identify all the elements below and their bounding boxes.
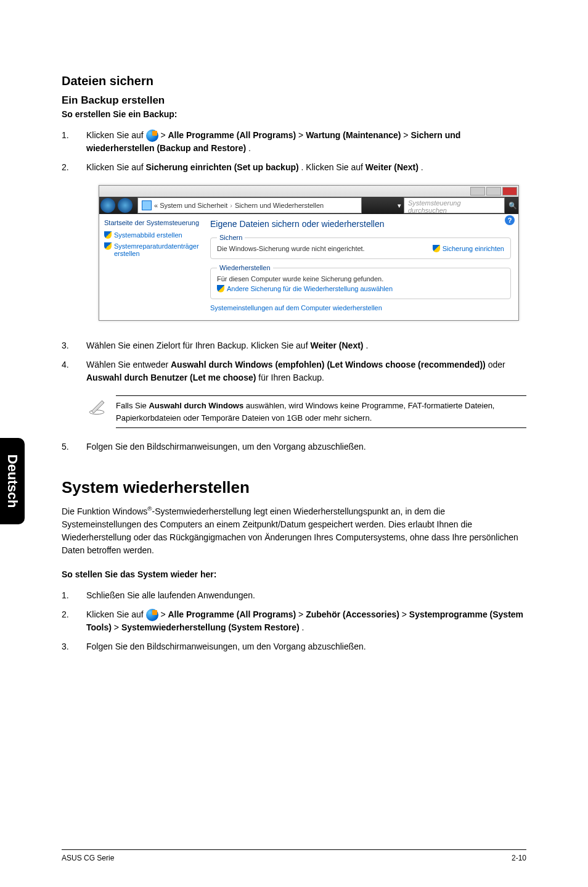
steps-backup-1: 1. Klicken Sie auf > Alle Programme (All…: [62, 129, 526, 174]
text: Die Funktion Windows: [62, 506, 147, 516]
text: >: [403, 130, 410, 140]
group-wiederherstellen: Wiederherstellen Für diesen Computer wur…: [210, 264, 511, 299]
text: für Ihren Backup.: [258, 373, 324, 382]
link-label: Systemeinstellungen auf dem Computer wie…: [210, 304, 382, 311]
ui-label: Weiter (Next): [365, 162, 419, 172]
text: Falls Sie: [116, 401, 149, 410]
registered-mark: ®: [147, 505, 152, 512]
group-legend: Wiederherstellen: [217, 264, 273, 271]
control-panel-icon: [142, 200, 152, 210]
steps-system-restore: 1. Schließen Sie alle laufenden Anwendun…: [62, 589, 526, 653]
link-label: Sicherung einrichten: [443, 245, 504, 252]
text: .: [365, 340, 368, 350]
breadcrumb-segment: System und Sicherheit: [160, 202, 227, 209]
step-body: Klicken Sie auf Sicherung einrichten (Se…: [86, 161, 526, 174]
maximize-icon: [486, 187, 501, 196]
breadcrumb-segment: Sichern und Wiederherstellen: [235, 202, 324, 209]
note-block: Falls Sie Auswahl durch Windows auswähle…: [86, 395, 526, 428]
sidebar: Startseite der Systemsteuerung Systemabb…: [99, 214, 208, 320]
text: .: [248, 143, 251, 153]
step-number: 3.: [62, 339, 86, 352]
heading-dateien-sichern: Dateien sichern: [62, 74, 526, 88]
search-icon: 🔍: [507, 200, 518, 211]
setup-backup-link: Sicherung einrichten: [433, 245, 504, 252]
window-titlebar: [99, 186, 518, 197]
screenshot-backup-restore: « System und Sicherheit › Sichern und Wi…: [99, 185, 519, 321]
text: >: [298, 609, 306, 619]
sidebar-link: Systemreparaturdatenträger erstellen: [104, 242, 203, 257]
text: .: [301, 622, 304, 632]
ui-label: Auswahl durch Windows: [149, 401, 243, 410]
page-footer: ASUS CG Serie 2-10: [62, 849, 526, 862]
pencil-note-icon: [86, 395, 107, 419]
step-body: Klicken Sie auf > Alle Programme (All Pr…: [86, 608, 526, 634]
help-icon: ?: [505, 215, 515, 225]
status-text: Für diesen Computer wurde keine Sicherun…: [217, 275, 504, 283]
text: .: [421, 162, 423, 172]
step-body: Wählen Sie einen Zielort für Ihren Backu…: [86, 339, 526, 352]
steps-backup-2: 3. Wählen Sie einen Zielort für Ihren Ba…: [62, 339, 526, 384]
text: >: [402, 609, 409, 619]
sidebar-link: Systemabbild erstellen: [104, 231, 203, 239]
language-tab-label: Deutsch: [4, 455, 20, 508]
step-body: Folgen Sie den Bildschirmanweisungen, um…: [86, 640, 526, 653]
text: >: [160, 130, 168, 140]
instruction-backup: So erstellen Sie ein Backup:: [62, 109, 526, 119]
ui-label: Sicherung einrichten (Set up backup): [146, 162, 299, 172]
text: >: [114, 622, 121, 632]
text: oder: [488, 360, 505, 369]
footer-left: ASUS CG Serie: [62, 854, 114, 862]
step-body: Folgen Sie den Bildschirmanweisungen, um…: [86, 440, 526, 453]
note-text: Falls Sie Auswahl durch Windows auswähle…: [116, 395, 526, 428]
status-text: Die Windows-Sicherung wurde nicht einger…: [217, 245, 365, 252]
link-label: Systemabbild erstellen: [114, 231, 182, 239]
search-input: Systemsteuerung durchsuchen: [404, 197, 505, 213]
step-body: Schließen Sie alle laufenden Anwendungen…: [86, 589, 526, 602]
menu-path: Systemwiederherstellung (System Restore): [121, 622, 300, 632]
panel-title: Eigene Dateien sichern oder wiederherste…: [210, 219, 511, 229]
shield-icon: [433, 245, 440, 252]
choose-other-backup-link: Andere Sicherung für die Wiederherstellu…: [217, 285, 504, 292]
step-body: Wählen Sie entweder Auswahl durch Window…: [86, 358, 526, 384]
steps-backup-3: 5. Folgen Sie den Bildschirmanweisungen,…: [62, 440, 526, 453]
menu-path: Alle Programme (All Programs): [168, 609, 296, 619]
text: Wählen Sie entweder: [86, 360, 171, 369]
group-sichern: Sichern Die Windows-Sicherung wurde nich…: [210, 234, 511, 259]
menu-path: Wartung (Maintenance): [306, 130, 401, 140]
group-legend: Sichern: [217, 234, 245, 241]
minimize-icon: [470, 187, 485, 196]
menu-path: Alle Programme (All Programs): [168, 130, 296, 140]
heading-system-wiederherstellen: System wiederherstellen: [62, 478, 526, 497]
shield-icon: [104, 231, 112, 239]
step-body: Klicken Sie auf > Alle Programme (All Pr…: [86, 129, 526, 155]
step-number: 5.: [62, 440, 86, 453]
text: Klicken Sie auf: [86, 130, 146, 140]
text: Klicken Sie auf: [86, 609, 146, 619]
step-number: 4.: [62, 358, 86, 384]
ui-label: Auswahl durch Benutzer (Let me choose): [86, 373, 256, 382]
link-label: Andere Sicherung für die Wiederherstellu…: [227, 285, 393, 292]
instruction-system-restore: So stellen Sie das System wieder her:: [62, 569, 526, 579]
language-tab: Deutsch: [0, 438, 25, 524]
step-number: 3.: [62, 640, 86, 653]
shield-icon: [217, 285, 224, 292]
step-number: 2.: [62, 608, 86, 634]
step-number: 1.: [62, 129, 86, 155]
footer-page-number: 2-10: [512, 854, 526, 862]
heading-backup-erstellen: Ein Backup erstellen: [62, 94, 526, 107]
shield-icon: [104, 242, 112, 250]
menu-path: Zubehör (Accessories): [306, 609, 399, 619]
ui-label: Weiter (Next): [310, 340, 363, 350]
back-icon: [100, 198, 115, 213]
text: Wählen Sie einen Zielort für Ihren Backu…: [86, 340, 310, 350]
explorer-navbar: « System und Sicherheit › Sichern und Wi…: [99, 197, 518, 214]
restore-system-link: Systemeinstellungen auf dem Computer wie…: [210, 304, 511, 311]
sidebar-heading: Startseite der Systemsteuerung: [104, 219, 203, 226]
step-number: 1.: [62, 589, 86, 602]
link-label: Systemreparaturdatenträger erstellen: [114, 242, 203, 257]
windows-start-icon: [146, 130, 158, 142]
text: >: [160, 609, 168, 619]
main-panel: ? Eigene Dateien sichern oder wiederhers…: [208, 214, 518, 320]
ui-label: Auswahl durch Windows (empfohlen) (Let W…: [171, 360, 486, 369]
close-icon: [502, 187, 517, 196]
